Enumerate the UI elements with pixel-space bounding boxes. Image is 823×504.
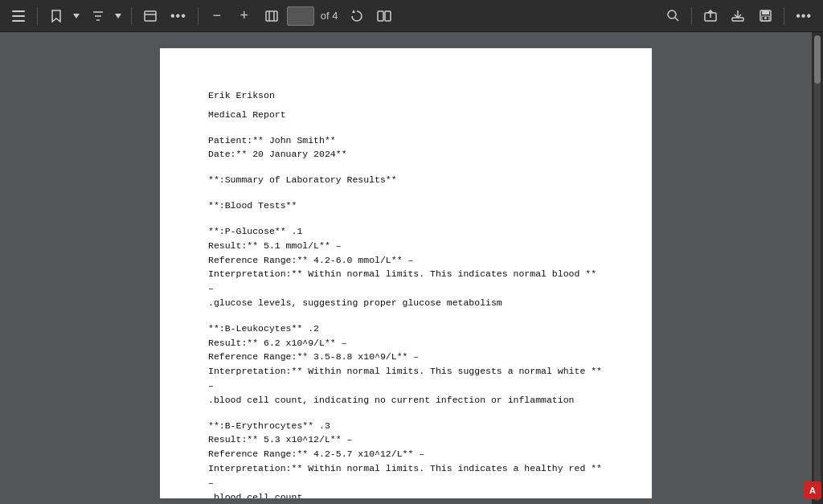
svg-rect-9: [385, 11, 391, 21]
svg-point-10: [668, 10, 676, 18]
zoom-in-button[interactable]: +: [232, 5, 256, 27]
download-button[interactable]: [726, 5, 750, 27]
doc-title: Medical Report: [208, 108, 604, 122]
bookmark-tools: [44, 5, 83, 27]
sep2: [131, 7, 132, 25]
sep1: [37, 7, 38, 25]
save-button[interactable]: [753, 5, 777, 27]
glucose-reference: Reference Range:** 4.2-6.0 mmol/L** –: [208, 253, 604, 268]
svg-rect-2: [12, 20, 25, 22]
scrollbar-thumb[interactable]: [814, 35, 821, 84]
nav-tools: [6, 5, 31, 27]
date-line: Date:** 20 January 2024**: [208, 147, 604, 162]
two-page-button[interactable]: [372, 5, 396, 27]
sep5: [784, 7, 784, 25]
sep3: [198, 7, 199, 25]
erythrocytes-header: **:B-Erythrocytes** .3: [208, 419, 604, 433]
leukocytes-reference: Reference Range:** 3.5-8.8 x10^9/L** –: [208, 350, 604, 364]
glucose-header: **:P-Glucose** .1: [208, 224, 604, 239]
erythrocytes-reference: Reference Range:** 4.2-5.7 x10^12/L** –: [208, 447, 604, 461]
document-canvas: Erik Erikson Medical Report Patient:** J…: [0, 32, 812, 504]
rotate-button[interactable]: [345, 5, 369, 27]
leukocytes-header: **:B-Leukocytes** .2: [208, 322, 604, 336]
svg-rect-8: [378, 11, 383, 21]
scrollbar-strip: A: [812, 32, 823, 504]
leukocytes-result: Result:** 6.2 x10^9/L** –: [208, 336, 604, 350]
scrollbar-track[interactable]: [814, 35, 821, 501]
main-area: Erik Erikson Medical Report Patient:** J…: [0, 32, 823, 504]
page-view-button[interactable]: [138, 5, 162, 27]
author-name: Erik Erikson: [208, 88, 604, 103]
page-number-input[interactable]: 1: [287, 6, 314, 26]
patient-line: Patient:** John Smith**: [208, 133, 604, 148]
adobe-icon[interactable]: A: [804, 481, 821, 499]
fit-page-button[interactable]: [260, 5, 284, 27]
svg-rect-17: [762, 10, 769, 14]
svg-rect-0: [12, 10, 25, 12]
bookmarks-button[interactable]: [44, 5, 68, 27]
glucose-result: Result:** 5.1 mmol/L** –: [208, 239, 604, 253]
more-button-1[interactable]: •••: [166, 5, 191, 27]
svg-point-19: [764, 17, 767, 19]
toolbar: ••• − + 1 of 4: [0, 0, 823, 32]
sep4: [691, 7, 692, 25]
svg-rect-3: [145, 11, 156, 21]
more-button-2[interactable]: •••: [791, 5, 817, 27]
blood-tests-header: **:Blood Tests**: [208, 199, 604, 213]
svg-rect-5: [266, 11, 277, 21]
page-total: of 4: [321, 10, 338, 22]
svg-rect-1: [12, 15, 25, 17]
leukocytes-interpretation: Interpretation:** Within normal limits. …: [208, 364, 604, 407]
glucose-interpretation: Interpretation:** Within normal limits. …: [208, 267, 604, 309]
filter-button[interactable]: [86, 5, 110, 27]
filter-dropdown-button[interactable]: [112, 5, 125, 27]
filter-tools: [86, 5, 125, 27]
summary-header: **:Summary of Laboratory Results**: [208, 173, 604, 187]
share-button[interactable]: [698, 5, 723, 27]
erythrocytes-interpretation: Interpretation:** Within normal limits. …: [208, 461, 604, 498]
search-button[interactable]: [661, 5, 685, 27]
bookmarks-dropdown-button[interactable]: [70, 5, 83, 27]
zoom-out-button[interactable]: −: [205, 5, 229, 27]
erythrocytes-result: Result:** 5.3 x10^12/L** –: [208, 432, 604, 447]
document-page: Erik Erikson Medical Report Patient:** J…: [160, 48, 652, 498]
svg-line-11: [675, 18, 678, 21]
menu-button[interactable]: [6, 5, 31, 27]
